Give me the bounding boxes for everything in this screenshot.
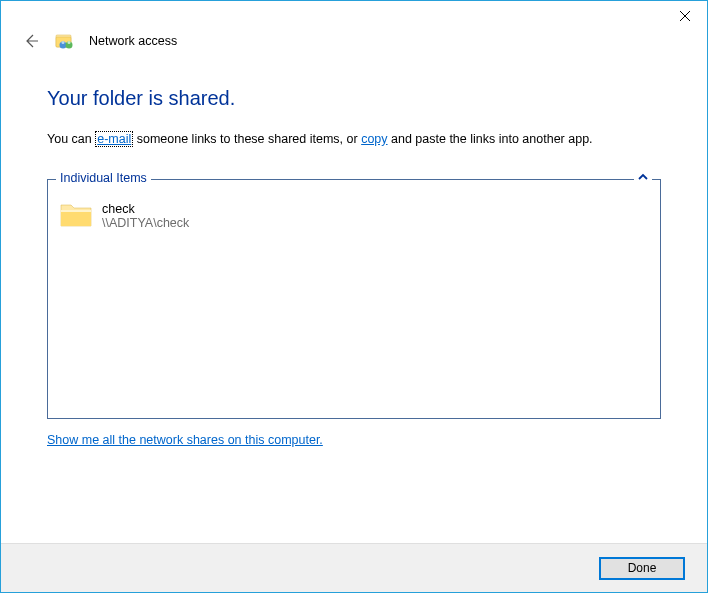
copy-link[interactable]: copy <box>361 132 387 146</box>
body-text: You can e-mail someone links to these sh… <box>47 130 661 149</box>
main-heading: Your folder is shared. <box>47 87 661 110</box>
folder-icon <box>60 202 92 228</box>
show-all-link[interactable]: Show me all the network shares on this c… <box>47 433 323 447</box>
body-part2: someone links to these shared items, or <box>133 132 361 146</box>
network-access-icon <box>55 31 75 51</box>
item-text: check \\ADITYA\check <box>102 202 189 230</box>
footer: Done <box>1 543 707 592</box>
fieldset-legend: Individual Items <box>56 171 151 185</box>
body-part3: and paste the links into another app. <box>388 132 593 146</box>
content-area: Your folder is shared. You can e-mail so… <box>1 55 707 447</box>
done-button[interactable]: Done <box>599 557 685 580</box>
close-button[interactable] <box>662 1 707 30</box>
show-all-shares: Show me all the network shares on this c… <box>47 433 661 447</box>
chevron-up-icon <box>638 172 648 182</box>
shared-item[interactable]: check \\ADITYA\check <box>48 180 660 230</box>
svg-point-7 <box>68 41 71 44</box>
item-path: \\ADITYA\check <box>102 216 189 230</box>
window-title: Network access <box>89 34 177 48</box>
collapse-button[interactable] <box>634 171 652 185</box>
svg-point-6 <box>62 41 65 44</box>
body-part1: You can <box>47 132 95 146</box>
item-name: check <box>102 202 189 216</box>
close-icon <box>680 11 690 21</box>
email-link[interactable]: e-mail <box>95 131 133 147</box>
individual-items-group: Individual Items check \\ADITYA\check <box>47 179 661 419</box>
header-row: Network access <box>1 27 707 55</box>
back-arrow-icon <box>23 33 39 49</box>
back-button[interactable] <box>21 31 41 51</box>
